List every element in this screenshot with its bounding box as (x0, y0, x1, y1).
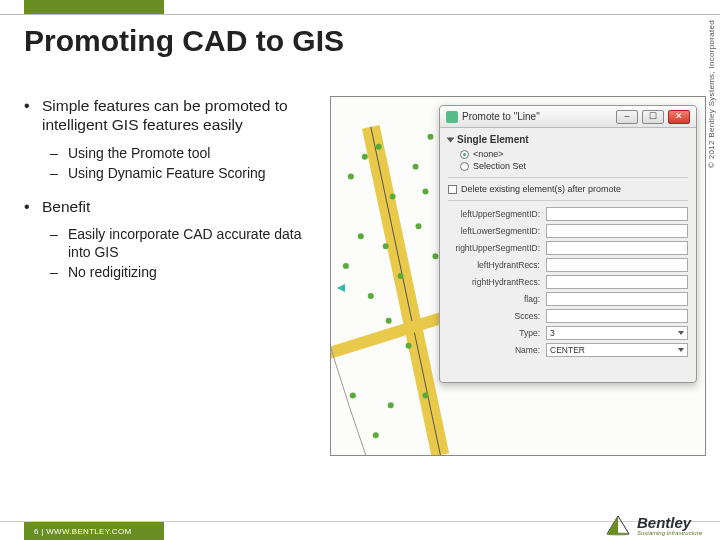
field-right-upper: rightUpperSegmentID: (448, 241, 688, 255)
svg-point-18 (413, 164, 419, 170)
dialog-app-icon (446, 111, 458, 123)
svg-point-5 (383, 243, 389, 249)
minimize-button[interactable]: – (616, 110, 638, 124)
field-flag: flag: (448, 292, 688, 306)
bullet-1-text: Simple features can be promoted to intel… (42, 97, 288, 133)
chevron-down-icon (678, 331, 684, 335)
bullet-1-sub-1: Using the Promote tool (50, 145, 314, 163)
field-left-lower: leftLowerSegmentID: (448, 224, 688, 238)
svg-point-19 (432, 253, 438, 259)
field-label: Name: (448, 345, 546, 355)
svg-point-12 (406, 343, 412, 349)
radio-selection-set-label: Selection Set (473, 161, 526, 171)
footer-text: 6 | WWW.BENTLEY.COM (34, 527, 131, 536)
dialog-body: Single Element <none> Selection Set Dele… (440, 128, 696, 366)
svg-point-10 (343, 263, 349, 269)
checkbox-icon (448, 185, 457, 194)
field-left-upper: leftUpperSegmentID: (448, 207, 688, 221)
logo-tagline: Sustaining Infrastructure (637, 530, 702, 536)
field-input[interactable] (546, 207, 688, 221)
svg-point-17 (427, 134, 433, 140)
svg-point-13 (350, 392, 356, 398)
field-input[interactable] (546, 258, 688, 272)
field-name: Name: CENTER (448, 343, 688, 357)
svg-marker-20 (337, 284, 345, 292)
radio-icon (460, 162, 469, 171)
copyright-text: © 2012 Bentley Systems, Incorporated (707, 20, 716, 168)
logo-mark-icon (605, 514, 631, 536)
bullet-2-sub-2: No redigitizing (50, 264, 314, 282)
header-rule (0, 14, 720, 15)
field-label: Scces: (448, 311, 546, 321)
svg-point-9 (423, 189, 429, 195)
section-label: Single Element (457, 134, 529, 145)
checkbox-delete-existing[interactable]: Delete existing element(s) after promote (448, 184, 688, 194)
bentley-logo: Bentley Sustaining Infrastructure (605, 514, 702, 536)
maximize-button[interactable]: ☐ (642, 110, 664, 124)
separator (448, 200, 688, 201)
field-scces: Scces: (448, 309, 688, 323)
disclosure-icon (447, 137, 455, 142)
field-select[interactable]: CENTER (546, 343, 688, 357)
dialog-titlebar[interactable]: Promote to "Line" – ☐ ✕ (440, 106, 696, 128)
footer-url: WWW.BENTLEY.COM (46, 527, 131, 536)
bullet-2-text: Benefit (42, 198, 90, 215)
separator (448, 177, 688, 178)
svg-point-8 (416, 223, 422, 229)
radio-icon (460, 150, 469, 159)
radio-none[interactable]: <none> (460, 149, 688, 159)
select-value: CENTER (550, 345, 585, 355)
field-input[interactable] (546, 292, 688, 306)
section-single-element[interactable]: Single Element (448, 134, 688, 145)
field-input[interactable] (546, 241, 688, 255)
screenshot-figure: Promote to "Line" – ☐ ✕ Single Element <… (330, 96, 706, 456)
chevron-down-icon (678, 348, 684, 352)
bullet-1-sub-2: Using Dynamic Feature Scoring (50, 165, 314, 183)
field-left-hydrant: leftHydrantRecs: (448, 258, 688, 272)
dialog-title-text: Promote to "Line" (462, 111, 540, 122)
accent-bar-top (24, 0, 164, 14)
field-label: leftHydrantRecs: (448, 260, 546, 270)
radio-selection-set[interactable]: Selection Set (460, 161, 688, 171)
svg-point-11 (386, 318, 392, 324)
bullet-1: Simple features can be promoted to intel… (24, 96, 314, 183)
field-input[interactable] (546, 275, 688, 289)
svg-point-2 (376, 144, 382, 150)
field-label: leftUpperSegmentID: (448, 209, 546, 219)
svg-point-21 (607, 532, 629, 535)
field-input[interactable] (546, 224, 688, 238)
svg-point-0 (348, 174, 354, 180)
svg-point-14 (388, 402, 394, 408)
bullet-2: Benefit Easily incorporate CAD accurate … (24, 197, 314, 282)
field-label: flag: (448, 294, 546, 304)
radio-none-label: <none> (473, 149, 504, 159)
field-label: rightHydrantRecs: (448, 277, 546, 287)
select-value: 3 (550, 328, 555, 338)
slide-title: Promoting CAD to GIS (24, 24, 344, 58)
svg-point-7 (368, 293, 374, 299)
bullet-2-sub-1: Easily incorporate CAD accurate data int… (50, 226, 314, 261)
svg-point-1 (362, 154, 368, 160)
field-select[interactable]: 3 (546, 326, 688, 340)
svg-point-4 (358, 233, 364, 239)
field-label: rightUpperSegmentID: (448, 243, 546, 253)
logo-brand: Bentley (637, 515, 702, 530)
svg-point-16 (373, 432, 379, 438)
svg-point-3 (390, 193, 396, 199)
svg-point-15 (423, 392, 429, 398)
field-label: Type: (448, 328, 546, 338)
checkbox-label: Delete existing element(s) after promote (461, 184, 621, 194)
close-button[interactable]: ✕ (668, 110, 690, 124)
svg-point-6 (398, 273, 404, 279)
body-content: Simple features can be promoted to intel… (24, 96, 314, 296)
field-type: Type: 3 (448, 326, 688, 340)
promote-dialog: Promote to "Line" – ☐ ✕ Single Element <… (439, 105, 697, 383)
field-right-hydrant: rightHydrantRecs: (448, 275, 688, 289)
field-input[interactable] (546, 309, 688, 323)
field-label: leftLowerSegmentID: (448, 226, 546, 236)
